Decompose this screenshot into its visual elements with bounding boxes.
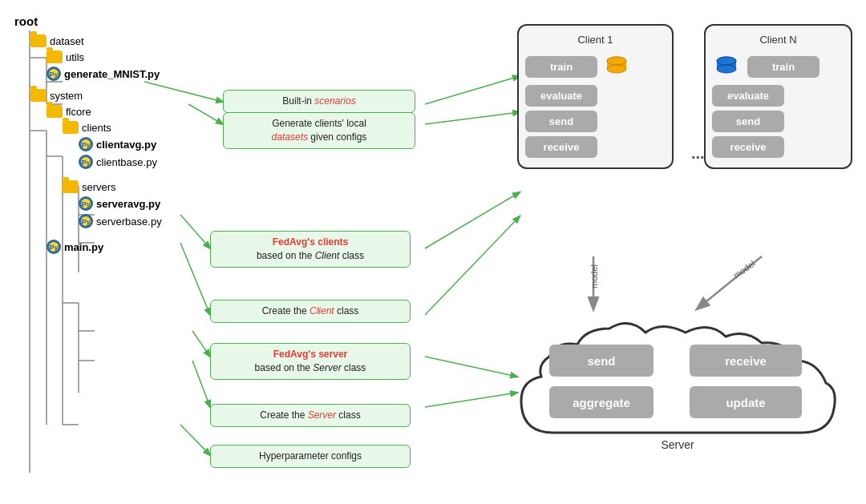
generate-clients-box: Generate clients' localdatasets given co… (223, 112, 415, 149)
clientN-train: train (747, 56, 819, 78)
svg-text:receive: receive (725, 354, 767, 368)
svg-text:Server: Server (661, 438, 694, 451)
flcore-label: flcore (66, 106, 91, 118)
folder-icon-servers (63, 180, 79, 193)
client1-title: Client 1 (525, 34, 666, 46)
database-icon-orange (602, 52, 631, 81)
svg-point-60 (717, 57, 736, 65)
dataset-label: dataset (50, 35, 84, 47)
clientN-evaluate: evaluate (712, 85, 784, 107)
folder-icon (30, 34, 47, 47)
python-icon-serverbase: Py (79, 214, 93, 228)
clientN-receive: receive (712, 136, 784, 158)
python-icon-clientavg: Py (79, 137, 93, 151)
server-cloud: send receive aggregate update Server (505, 296, 850, 465)
python-icon-generate: Py (47, 67, 61, 81)
fedavg-clients-box: FedAvg's clients based on the Client cla… (210, 231, 411, 268)
svg-line-26 (425, 112, 520, 124)
svg-text:send: send (587, 354, 615, 368)
clientN-methods: train evaluate send receive (712, 52, 844, 158)
svg-text:aggregate: aggregate (573, 396, 630, 409)
svg-line-22 (192, 331, 210, 357)
client1-receive: receive (525, 136, 597, 158)
svg-text:model: model (589, 264, 599, 288)
client1-train: train (525, 56, 597, 78)
svg-text:model: model (731, 259, 756, 280)
utils-label: utils (66, 51, 84, 63)
clientN-receive-row: receive (712, 136, 844, 158)
svg-line-25 (425, 76, 520, 104)
svg-line-30 (425, 393, 517, 407)
svg-line-29 (425, 357, 517, 377)
client1-send-row: send (525, 111, 666, 132)
folder-icon-system (30, 89, 47, 102)
servers-label: servers (82, 181, 116, 193)
file-tree: root dataset utils Py generate_MNIST.py … (14, 14, 223, 254)
create-client-box: Create the Client class (210, 300, 411, 323)
python-icon-serveravg: Py (79, 196, 93, 211)
folder-icon-clients (63, 121, 79, 134)
python-icon-main: Py (47, 240, 61, 254)
dots-separator: ... (691, 144, 705, 163)
serveravg-label: serveravg.py (96, 198, 160, 210)
database-icon-blue (712, 52, 741, 81)
create-server-box: Create the Server class (210, 404, 411, 427)
root-label: root (14, 14, 38, 28)
folder-icon-utils (47, 50, 63, 63)
clientN-send: send (712, 111, 784, 132)
client1-container: Client 1 train evaluate send receive (517, 24, 674, 169)
svg-line-24 (180, 425, 210, 455)
client1-evaluate-row: evaluate (525, 85, 666, 107)
svg-text:Py: Py (81, 200, 90, 208)
clientN-train-row: train (712, 52, 844, 81)
svg-point-59 (717, 65, 736, 73)
svg-line-27 (425, 192, 520, 248)
main-label: main.py (64, 241, 103, 253)
folder-icon-flcore (47, 105, 63, 118)
generate-mnist-label: generate_MNIST.py (64, 68, 160, 80)
clientavg-label: clientavg.py (96, 139, 156, 151)
clientN-evaluate-row: evaluate (712, 85, 844, 107)
svg-line-23 (192, 361, 210, 407)
svg-text:Py: Py (49, 71, 58, 79)
fedavg-server-box: FedAvg's server based on the Server clas… (210, 343, 411, 380)
client1-receive-row: receive (525, 136, 666, 158)
svg-text:Py: Py (81, 159, 90, 167)
svg-point-56 (607, 57, 626, 65)
clientN-container: Client N train evaluate send receive (704, 24, 852, 169)
clients-label: clients (82, 122, 111, 134)
hyperparameter-box: Hyperparameter configs (210, 445, 411, 468)
client1-methods: train evaluate send receive (525, 52, 666, 158)
clientN-title: Client N (712, 34, 844, 46)
svg-text:Py: Py (81, 218, 90, 226)
svg-text:Py: Py (81, 141, 90, 149)
built-in-scenarios-box: Built-in scenarios (223, 90, 415, 113)
clientbase-label: clientbase.py (96, 156, 157, 168)
svg-point-55 (607, 65, 626, 73)
serverbase-label: serverbase.py (96, 216, 162, 228)
system-label: system (50, 90, 83, 102)
clientN-send-row: send (712, 111, 844, 132)
svg-text:Py: Py (49, 244, 58, 252)
client1-train-row: train (525, 52, 666, 81)
python-icon-clientbase: Py (79, 155, 93, 169)
client1-send: send (525, 111, 597, 132)
client1-evaluate: evaluate (525, 85, 597, 107)
svg-text:update: update (726, 396, 765, 409)
